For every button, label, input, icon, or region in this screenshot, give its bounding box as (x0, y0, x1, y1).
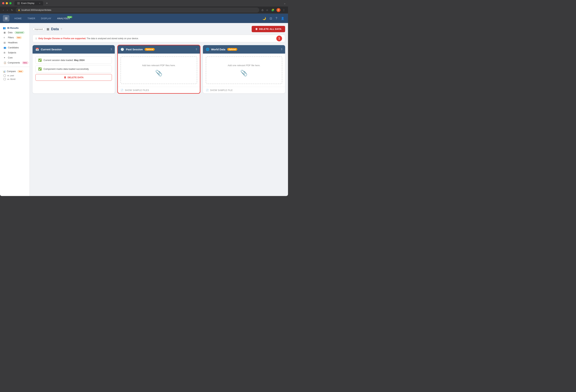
browser-tab[interactable]: Exam Display × (14, 1, 43, 5)
delete-data-button[interactable]: 🗑 DELETE DATA (35, 74, 112, 81)
headlines-icon: ▤ (4, 41, 6, 44)
user-initial: F (278, 9, 279, 11)
info-bar: ℹ Only Google Chrome or Firefox are supp… (32, 35, 285, 42)
tab-favicon (17, 2, 20, 4)
page-help-icon[interactable]: ? (61, 28, 62, 30)
vs-past-label: vs. past (7, 74, 14, 77)
filters-icon: ≡ (4, 36, 6, 39)
compare-section: 📊 Compare New vs. past vs. World (0, 68, 29, 82)
traffic-light-close[interactable] (2, 2, 4, 4)
address-bar[interactable]: 🔒 localhost:3003/analyser/ib/data (16, 7, 259, 13)
sidebar-item-headlines[interactable]: ▤ Headlines (1, 40, 29, 45)
calendar-icon: 📅 (35, 48, 39, 51)
browser-menu-icon[interactable]: ⋮ (282, 8, 286, 12)
nav-item-timer-label: TIMER (28, 17, 35, 20)
world-data-show-sample[interactable]: 📄 SHOW SAMPLE FILE (203, 87, 285, 93)
world-data-drop-zone[interactable]: Add one relevant PDF file here. 📎 (206, 56, 282, 84)
world-data-card: 🌐 World Data Optional ? Add one relevant… (203, 45, 285, 93)
content-title-area: Improved ▦ Data ? (32, 27, 62, 31)
world-data-title: World Data (211, 48, 225, 51)
refresh-button[interactable]: ↻ (10, 8, 14, 12)
checkbox-vs-world[interactable]: vs. World (0, 77, 29, 81)
compare-icon: 📊 (3, 70, 6, 73)
show-sample-icon-past: 📄 (120, 89, 123, 91)
sidebar-item-subjects[interactable]: ⊞ Subjects (1, 50, 29, 55)
screen-share-icon[interactable]: ⎙ (261, 8, 264, 12)
current-session-header-left: 📅 Current Session (35, 48, 62, 51)
status-text-component: Component marks data loaded successfully (44, 68, 89, 70)
paperclip-icon-past: 📎 (155, 70, 162, 76)
main-layout: 👥 IB Results ▦ Data Improved ≡ Filters N… (0, 23, 288, 196)
tab-close-button[interactable]: × (39, 2, 40, 4)
status-text-session: Current session data loaded: May 2024 (44, 59, 85, 61)
sidebar-item-filters[interactable]: ≡ Filters New (1, 35, 29, 40)
navbar-right-actions: 🌙 ⊡ ? 👤 (262, 16, 285, 21)
browser-addressbar: ‹ › ↻ 🔒 localhost:3003/analyser/ib/data … (0, 6, 288, 14)
sidebar-core-label: Core (8, 56, 13, 59)
cards-grid: 📅 Current Session ? ✅ Current session da… (32, 45, 285, 93)
back-button[interactable]: ‹ (2, 8, 4, 12)
user-icon[interactable]: 👤 (280, 16, 285, 21)
user-avatar[interactable]: F (277, 8, 281, 12)
nav-item-home[interactable]: HOME (11, 16, 25, 21)
info-highlight-text: Only Google Chrome or Firefox are suppor… (38, 37, 86, 40)
compare-header: 📊 Compare New (0, 69, 29, 74)
sidebar: 👥 IB Results ▦ Data Improved ≡ Filters N… (0, 23, 30, 196)
past-session-header: 🕐 Past Session Optional ? (118, 45, 200, 54)
world-data-body: Add one relevant PDF file here. 📎 (203, 54, 285, 87)
checkbox-vs-past[interactable]: vs. past (0, 74, 29, 77)
sidebar-section-title-text: IB Results (7, 27, 19, 29)
dark-mode-icon[interactable]: 🌙 (262, 16, 267, 21)
paperclip-icon-world: 📎 (240, 70, 248, 76)
delete-all-label: DELETE ALL DATA (259, 28, 282, 30)
url-text: localhost:3003/analyser/ib/data (21, 9, 51, 11)
sidebar-item-data[interactable]: ▦ Data Improved (1, 30, 29, 35)
sidebar-candidates-label: Candidates (8, 46, 19, 49)
show-sample-icon-world: 📄 (206, 89, 209, 91)
window-expand-icon[interactable]: ⌄ (284, 2, 286, 5)
nav-item-display[interactable]: DISPLAY (38, 16, 54, 21)
main-content: Improved ▦ Data ? 🗑 DELETE ALL DATA ℹ On… (30, 23, 288, 196)
bookmark-icon[interactable]: ☆ (265, 8, 269, 12)
traffic-light-minimize[interactable] (6, 2, 8, 4)
sidebar-headlines-label: Headlines (8, 41, 17, 44)
world-data-optional-badge: Optional (227, 48, 237, 51)
world-data-header: 🌐 World Data Optional ? (203, 45, 285, 54)
delete-data-label: DELETE DATA (68, 76, 84, 79)
past-session-drop-text: Add two relevant PDF files here. (142, 64, 175, 67)
new-tab-button[interactable]: + (46, 2, 48, 5)
current-session-card: 📅 Current Session ? ✅ Current session da… (32, 45, 115, 93)
past-session-drop-zone[interactable]: Add two relevant PDF files here. 📎 (120, 56, 197, 84)
current-session-help-icon[interactable]: ? (111, 48, 112, 51)
delete-all-data-button[interactable]: 🗑 DELETE ALL DATA (252, 26, 285, 32)
components-icon: 📋 (4, 61, 6, 64)
extension-icon[interactable]: 🧩 (271, 8, 275, 12)
browser-action-buttons: ⎙ ☆ 🧩 F ⋮ (261, 8, 286, 12)
core-icon: ✦ (4, 56, 6, 59)
sidebar-item-core[interactable]: ✦ Core (1, 56, 29, 60)
sidebar-item-components[interactable]: 📋 Components Beta (1, 60, 29, 65)
improved-badge: Improved (32, 28, 45, 31)
vs-world-checkbox[interactable] (4, 78, 6, 80)
sidebar-divider (0, 67, 29, 67)
sidebar-filters-label: Filters (8, 36, 14, 39)
help-icon[interactable]: ? (275, 16, 278, 21)
world-data-help-icon[interactable]: ? (281, 48, 282, 51)
app-logo[interactable]: ⊞ (3, 15, 9, 22)
past-session-show-sample[interactable]: 📄 SHOW SAMPLE FILES (118, 87, 200, 93)
vs-past-checkbox[interactable] (4, 74, 6, 77)
nav-item-timer[interactable]: TIMER (25, 16, 38, 21)
sidebar-item-candidates[interactable]: 👥 Candidates (1, 45, 29, 50)
traffic-light-maximize[interactable] (9, 2, 11, 4)
status-item-session: ✅ Current session data loaded: May 2024 (35, 56, 112, 64)
current-session-header: 📅 Current Session ? (32, 45, 115, 54)
nav-item-analyser[interactable]: ANALYSER New (54, 16, 73, 21)
app: ⊞ HOME TIMER DISPLAY ANALYSER New 🌙 ⊡ ? … (0, 14, 288, 196)
step-number: 1 (279, 37, 280, 40)
forward-button[interactable]: › (6, 8, 9, 12)
subjects-icon: ⊞ (4, 52, 6, 54)
compare-label: Compare (7, 70, 16, 73)
globe-icon: 🌐 (206, 48, 209, 51)
past-session-help-icon[interactable]: ? (196, 48, 197, 51)
monitor-icon[interactable]: ⊡ (269, 16, 273, 21)
